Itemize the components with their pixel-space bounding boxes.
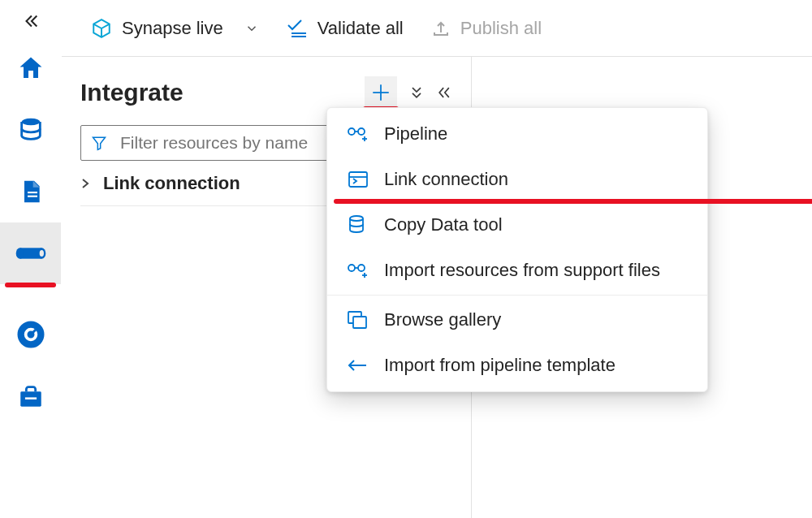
publish-all-button[interactable]: Publish all — [431, 18, 542, 39]
nav-manage[interactable] — [0, 365, 61, 427]
svg-rect-2 — [28, 196, 37, 197]
svg-point-22 — [358, 128, 365, 135]
menu-pipeline[interactable]: Pipeline — [327, 111, 707, 157]
caret-right-icon — [80, 178, 90, 189]
svg-point-30 — [358, 265, 365, 271]
menu-item-label: Import resources from support files — [384, 260, 660, 281]
annotation-highlight — [5, 283, 56, 287]
menu-item-label: Browse gallery — [384, 309, 501, 330]
mode-dropdown[interactable]: Synapse live — [91, 18, 259, 39]
database-small-icon — [347, 214, 366, 235]
tree-item-label: Link connection — [103, 173, 240, 194]
menu-divider — [327, 295, 707, 296]
gallery-icon — [347, 310, 368, 330]
plus-icon — [370, 82, 391, 103]
svg-rect-26 — [349, 172, 367, 187]
svg-point-29 — [348, 265, 355, 271]
svg-point-28 — [350, 216, 363, 221]
validate-label: Validate all — [317, 18, 404, 39]
svg-point-3 — [15, 248, 24, 258]
upload-icon — [431, 19, 451, 38]
svg-rect-11 — [24, 397, 36, 399]
svg-rect-35 — [353, 317, 366, 328]
home-icon — [16, 54, 45, 83]
database-icon — [17, 116, 45, 144]
nav-rail — [0, 0, 61, 518]
menu-item-label: Copy Data tool — [384, 214, 503, 235]
svg-point-21 — [348, 128, 355, 135]
double-chevron-left-icon — [436, 84, 452, 101]
pipeline-small-icon — [347, 261, 369, 279]
menu-import-support[interactable]: Import resources from support files — [327, 248, 707, 293]
mode-label: Synapse live — [122, 18, 223, 39]
pipeline-icon — [15, 242, 47, 265]
add-resource-button[interactable] — [365, 76, 397, 109]
double-chevron-down-icon — [408, 84, 425, 101]
pipeline-small-icon — [347, 125, 369, 143]
svg-point-5 — [39, 250, 43, 257]
nav-develop[interactable] — [0, 161, 61, 222]
menu-item-label: Pipeline — [384, 123, 447, 145]
filter-icon — [91, 135, 107, 151]
document-icon — [18, 178, 44, 205]
publish-label: Publish all — [460, 18, 542, 39]
add-resource-menu: Pipeline Link connection Copy Data tool … — [326, 107, 708, 392]
menu-import-template[interactable]: Import from pipeline template — [327, 343, 707, 388]
menu-browse-gallery[interactable]: Browse gallery — [327, 297, 707, 343]
panel-title: Integrate — [80, 79, 184, 106]
checklist-icon — [287, 19, 308, 38]
svg-marker-20 — [93, 137, 106, 149]
link-connection-icon — [347, 170, 369, 189]
nav-monitor[interactable] — [0, 304, 61, 365]
nav-data[interactable] — [0, 99, 61, 161]
chevron-down-icon — [244, 21, 259, 36]
svg-rect-1 — [28, 192, 37, 193]
validate-all-button[interactable]: Validate all — [287, 18, 404, 39]
toolbox-icon — [16, 382, 45, 410]
integrate-panel: Integrate — [62, 57, 472, 518]
nav-home[interactable] — [0, 37, 61, 99]
menu-link-connection[interactable]: Link connection — [327, 157, 707, 202]
menu-item-label: Import from pipeline template — [384, 355, 615, 376]
content-area: Integrate — [62, 57, 812, 518]
collapse-panel-button[interactable] — [436, 84, 452, 101]
expand-all-button[interactable] — [408, 84, 425, 101]
expand-rail-button[interactable] — [6, 5, 55, 37]
arrow-left-icon — [347, 359, 368, 372]
gauge-icon — [16, 320, 45, 349]
top-toolbar: Synapse live Validate all Publish all — [62, 0, 812, 57]
hexagon-icon — [91, 18, 112, 39]
menu-item-label: Link connection — [384, 169, 508, 190]
menu-copy-data[interactable]: Copy Data tool — [327, 202, 707, 248]
nav-integrate[interactable] — [0, 222, 61, 284]
svg-point-0 — [21, 119, 40, 126]
